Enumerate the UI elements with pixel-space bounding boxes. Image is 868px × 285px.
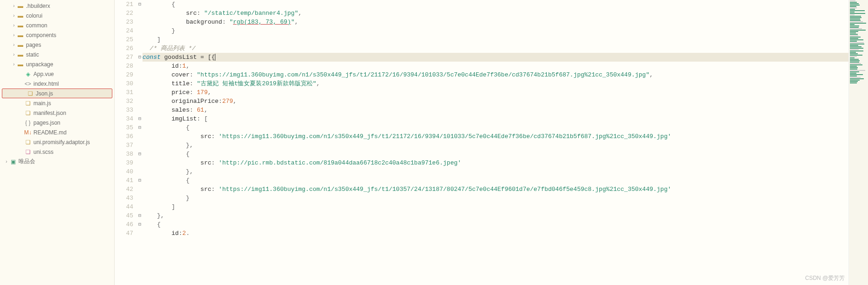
tree-item-common[interactable]: ›▬common <box>0 20 114 30</box>
code-line[interactable]: { <box>143 150 849 158</box>
code-line[interactable]: const goodsList = [{ <box>143 53 849 62</box>
tree-item-main-js[interactable]: ❏main.js <box>0 98 114 108</box>
line-number: 36 <box>115 132 133 141</box>
code-line[interactable]: { <box>143 123 849 132</box>
chevron-right-icon[interactable]: › <box>11 52 17 57</box>
code-line[interactable]: { <box>143 176 849 185</box>
chevron-right-icon[interactable]: › <box>11 13 17 18</box>
tree-item-label: uni.scss <box>33 149 53 155</box>
code-line[interactable]: { <box>143 220 849 229</box>
tree-item-uni-promisify-adaptor-js[interactable]: ❏uni.promisify.adaptor.js <box>0 137 114 147</box>
tree-item-pages[interactable]: ›▬pages <box>0 40 114 50</box>
chevron-right-icon[interactable]: › <box>11 32 17 38</box>
fold-marker[interactable]: ⊟ <box>137 220 143 229</box>
tree-item--hbuilderx[interactable]: ›▬.hbuilderx <box>0 1 114 11</box>
fold-marker <box>137 185 143 194</box>
fold-marker <box>137 106 143 114</box>
fold-marker[interactable]: ⊟ <box>137 150 143 158</box>
fold-marker <box>137 132 143 141</box>
code-line[interactable]: background: "rgb(183, 73, 69)", <box>143 18 849 26</box>
code-line[interactable]: originalPrice:279, <box>143 97 849 106</box>
tree-item-static[interactable]: ›▬static <box>0 50 114 59</box>
tree-item-components[interactable]: ›▬components <box>0 30 114 40</box>
code-line[interactable]: ] <box>143 203 849 211</box>
line-number: 34 <box>115 114 133 123</box>
line-number: 29 <box>115 70 133 79</box>
code-line[interactable]: src: 'https://img11.360buyimg.com/n1/s35… <box>143 132 849 141</box>
fold-marker[interactable]: ⊟ <box>137 53 143 62</box>
fold-marker <box>137 9 143 18</box>
fold-marker <box>137 26 143 35</box>
code-line[interactable]: /* 商品列表 */ <box>143 44 849 53</box>
tree-item-label: unpackage <box>26 61 53 68</box>
tree-item-label: common <box>26 22 47 29</box>
code-line[interactable]: }, <box>143 167 849 176</box>
tree-item-label: components <box>26 32 56 38</box>
tree-item-App-vue[interactable]: ◈App.vue <box>0 69 114 79</box>
tree-item-README-md[interactable]: M↓README.md <box>0 127 114 137</box>
tree-item-Json-js[interactable]: ❏Json.js <box>2 89 112 98</box>
js-icon: ❏ <box>24 100 32 107</box>
fold-marker[interactable]: ⊟ <box>137 114 143 123</box>
tree-item-label: colorui <box>26 13 42 19</box>
code-line[interactable]: src: 'https://img11.360buyimg.com/n1/s35… <box>143 185 849 194</box>
code-editor[interactable]: 2122232425262728293031323334353637383940… <box>115 0 868 285</box>
line-number: 46 <box>115 220 133 229</box>
code-line[interactable]: id:2. <box>143 229 849 238</box>
code-line[interactable]: } <box>143 194 849 203</box>
tree-item-colorui[interactable]: ›▬colorui <box>0 11 114 20</box>
watermark: CSDN @爱芳芳 <box>805 274 845 282</box>
fold-marker <box>137 70 143 79</box>
fold-marker[interactable]: ⊟ <box>137 0 143 9</box>
code-line[interactable]: imgList: [ <box>143 114 849 123</box>
md-icon: M↓ <box>24 129 32 136</box>
code-line[interactable]: ] <box>143 35 849 44</box>
chevron-right-icon[interactable]: › <box>11 62 17 67</box>
fold-marker <box>137 203 143 211</box>
chevron-right-icon[interactable]: › <box>11 23 17 28</box>
code-line[interactable]: title: "古黛妃 短袖t恤女夏装2019新款韩版宽松", <box>143 79 849 88</box>
fold-marker[interactable]: ⊟ <box>137 123 143 132</box>
minimap[interactable] <box>849 0 868 285</box>
code-line[interactable]: sales: 61, <box>143 106 849 114</box>
fold-column[interactable]: ⊟⊟⊟⊟⊟⊟⊟⊟ <box>137 0 143 285</box>
code-line[interactable]: id:1, <box>143 62 849 70</box>
tree-item-unpackage[interactable]: ›▬unpackage <box>0 59 114 69</box>
scss-icon: ❏ <box>24 149 32 155</box>
code-line[interactable]: price: 179, <box>143 88 849 97</box>
chevron-right-icon[interactable]: › <box>11 42 17 47</box>
chevron-right-icon[interactable]: › <box>4 159 9 164</box>
code-line[interactable]: } <box>143 26 849 35</box>
code-line[interactable]: src: "/static/temp/banner4.jpg", <box>143 9 849 18</box>
fold-marker[interactable]: ⊟ <box>137 176 143 185</box>
line-number: 22 <box>115 9 133 18</box>
fold-marker <box>137 44 143 53</box>
chevron-right-icon[interactable]: › <box>11 3 17 8</box>
line-number: 38 <box>115 150 133 158</box>
line-number-gutter: 2122232425262728293031323334353637383940… <box>115 0 137 285</box>
code-content[interactable]: { src: "/static/temp/banner4.jpg", backg… <box>143 0 849 285</box>
line-number: 41 <box>115 176 133 185</box>
line-number: 37 <box>115 141 133 150</box>
line-number: 26 <box>115 44 133 53</box>
code-line[interactable]: }, <box>143 141 849 150</box>
tree-item-manifest-json[interactable]: ❏manifest.json <box>0 108 114 118</box>
tree-item-pages-json[interactable]: { }pages.json <box>0 118 114 127</box>
line-number: 44 <box>115 203 133 211</box>
code-line[interactable]: { <box>143 0 849 9</box>
line-number: 27 <box>115 53 133 62</box>
line-number: 31 <box>115 88 133 97</box>
code-line[interactable]: cover: "https://img11.360buyimg.com/n1/s… <box>143 70 849 79</box>
tree-item-index-html[interactable]: <>index.html <box>0 79 114 89</box>
html-icon: <> <box>24 81 32 87</box>
code-line[interactable]: src: 'http://pic.rmb.bdstatic.com/819a04… <box>143 158 849 167</box>
fold-marker[interactable]: ⊟ <box>137 211 143 220</box>
fold-marker <box>137 35 143 44</box>
file-explorer[interactable]: ›▬.hbuilderx›▬colorui›▬common›▬component… <box>0 0 115 285</box>
tree-item-label: index.html <box>33 81 59 87</box>
tree-item-uni-scss[interactable]: ❏uni.scss <box>0 147 114 157</box>
code-line[interactable]: }, <box>143 211 849 220</box>
folder-icon: ▬ <box>17 13 24 19</box>
line-number: 30 <box>115 79 133 88</box>
tree-item-唯品会[interactable]: ›▣唯品会 <box>0 157 114 166</box>
